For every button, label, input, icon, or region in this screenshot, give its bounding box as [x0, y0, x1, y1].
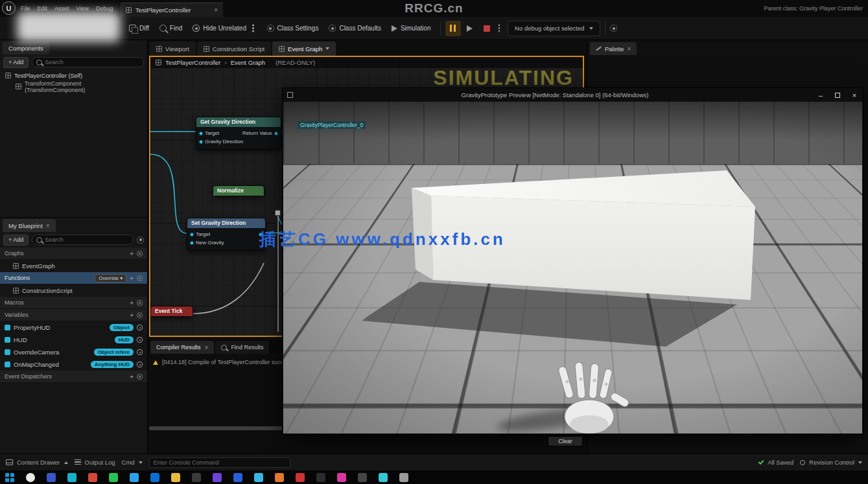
- pause-button[interactable]: [445, 21, 461, 36]
- variable-type-pill[interactable]: HUD: [115, 336, 134, 343]
- tab-viewport[interactable]: Viewport: [150, 41, 196, 56]
- simulation-button[interactable]: Simulation: [387, 20, 436, 37]
- taskbar-app-icon[interactable]: [109, 473, 118, 482]
- bp-item-propertyhud[interactable]: PropertyHUDObject: [0, 321, 147, 334]
- close-icon[interactable]: ×: [205, 344, 209, 351]
- bp-node-normalize[interactable]: Normalize: [213, 185, 264, 196]
- taskbar-app-icon[interactable]: [67, 473, 76, 482]
- expand-icon[interactable]: [137, 275, 143, 281]
- debug-filter-icon[interactable]: [610, 25, 617, 32]
- add-icon[interactable]: +: [130, 275, 134, 282]
- add-icon[interactable]: +: [130, 250, 134, 257]
- bp-item-onmapchanged[interactable]: OnMapChangedAnything HUD: [0, 358, 147, 371]
- section-functions[interactable]: FunctionsOverride ▾+: [0, 272, 147, 284]
- override-dropdown[interactable]: Override ▾: [95, 274, 126, 282]
- pin-icon[interactable]: [190, 241, 194, 245]
- hide-unrelated-button[interactable]: Hide Unrelated: [188, 20, 261, 37]
- section-variables[interactable]: Variables+: [0, 309, 147, 321]
- my-blueprint-tab[interactable]: My Blueprint ×: [3, 219, 56, 232]
- reroute-node[interactable]: [275, 210, 281, 216]
- taskbar-app-icon[interactable]: [399, 473, 408, 482]
- bp-node-event-tick[interactable]: Event Tick: [150, 306, 193, 317]
- taskbar-app-icon[interactable]: [88, 473, 97, 482]
- add-icon[interactable]: +: [130, 312, 134, 319]
- tab-event-graph[interactable]: Event Graph: [272, 41, 336, 56]
- tab-compiler-results[interactable]: Compiler Results ×: [150, 341, 214, 354]
- variable-type-pill[interactable]: Object: [110, 324, 134, 331]
- breadcrumb-root[interactable]: TestPlayerController: [165, 59, 221, 66]
- breadcrumb-current[interactable]: Event Graph: [231, 59, 265, 66]
- expand-icon[interactable]: [137, 251, 143, 257]
- palette-tab[interactable]: Palette ×: [590, 42, 637, 55]
- console-input[interactable]: [149, 457, 290, 468]
- taskbar-app-icon[interactable]: [233, 473, 242, 482]
- bp-item-constructionscript[interactable]: ConstructionScript: [0, 284, 147, 297]
- bp-item-hud[interactable]: HUDHUD: [0, 334, 147, 346]
- cmd-dropdown[interactable]: Cmd: [122, 459, 143, 466]
- taskbar-app-icon[interactable]: [316, 473, 325, 482]
- variable-type-pill[interactable]: Anything HUD: [91, 361, 134, 368]
- expand-icon[interactable]: [137, 374, 143, 380]
- eye-icon[interactable]: [137, 362, 143, 367]
- search-icon[interactable]: [26, 473, 35, 482]
- unreal-logo-icon[interactable]: U: [2, 1, 16, 15]
- revision-control-button[interactable]: Revision Control: [800, 459, 862, 466]
- class-settings-button[interactable]: Class Settings: [263, 20, 323, 37]
- pin-icon[interactable]: [259, 233, 263, 236]
- section-macros[interactable]: Macros+: [0, 297, 147, 309]
- taskbar-app-icon[interactable]: [130, 473, 139, 482]
- all-saved-button[interactable]: All Saved: [758, 459, 793, 466]
- tab-construction-script[interactable]: Construction Script: [197, 41, 271, 56]
- section-event-dispatchers[interactable]: Event Dispatchers+: [0, 371, 147, 383]
- close-button[interactable]: ×: [846, 91, 863, 99]
- taskbar-app-icon[interactable]: [337, 473, 346, 482]
- settings-icon[interactable]: [137, 236, 144, 244]
- taskbar-app-icon[interactable]: [47, 473, 56, 482]
- debug-object-dropdown[interactable]: No debug object selected: [508, 21, 600, 36]
- eye-icon[interactable]: [137, 337, 143, 343]
- find-button[interactable]: Find: [155, 20, 187, 37]
- section-graphs[interactable]: Graphs+: [0, 248, 147, 260]
- taskbar-app-icon[interactable]: [379, 473, 388, 482]
- bp-node-get-gravity-direction[interactable]: Get Gravity DirectionTargetReturn ValueG…: [196, 117, 281, 150]
- more-options-icon[interactable]: [252, 27, 254, 29]
- add-icon[interactable]: +: [130, 373, 134, 380]
- taskbar-app-icon[interactable]: [192, 473, 201, 482]
- tab-find-results[interactable]: Find Results: [215, 341, 269, 354]
- bp-item-overridecamera[interactable]: OverrideCameraObject refere: [0, 346, 147, 358]
- start-button[interactable]: [5, 473, 14, 482]
- diff-button[interactable]: Diff: [124, 20, 154, 37]
- add-component-button[interactable]: + Add: [3, 57, 29, 68]
- editor-badge[interactable]: Clear: [548, 436, 583, 446]
- components-search[interactable]: [32, 57, 144, 67]
- output-log-button[interactable]: Output Log: [75, 459, 115, 466]
- close-icon[interactable]: ×: [214, 6, 218, 14]
- close-icon[interactable]: ×: [628, 45, 631, 52]
- maximize-button[interactable]: [829, 91, 846, 99]
- bp-item-eventgraph[interactable]: EventGraph: [0, 260, 147, 272]
- eye-icon[interactable]: [137, 349, 143, 355]
- components-panel-tab[interactable]: Components: [3, 41, 49, 54]
- taskbar-app-icon[interactable]: [171, 473, 180, 482]
- my-blueprint-search-input[interactable]: [45, 236, 129, 243]
- expand-icon[interactable]: [137, 312, 143, 318]
- add-blueprint-item-button[interactable]: + Add: [3, 235, 29, 246]
- pin-icon[interactable]: [199, 140, 203, 144]
- expand-icon[interactable]: [137, 300, 143, 306]
- content-drawer-button[interactable]: Content Drawer: [6, 459, 68, 466]
- component-item[interactable]: TestPlayerController (Self): [0, 70, 147, 81]
- playback-options-icon[interactable]: [499, 27, 500, 29]
- variable-type-pill[interactable]: Object refere: [94, 349, 134, 356]
- taskbar-app-icon[interactable]: [358, 473, 367, 482]
- resume-button[interactable]: [462, 21, 478, 36]
- asset-tab-testplayercontroller[interactable]: TestPlayerController ×: [121, 3, 223, 17]
- add-icon[interactable]: +: [130, 299, 134, 306]
- taskbar-app-icon[interactable]: [296, 473, 305, 482]
- eye-icon[interactable]: [137, 325, 143, 330]
- taskbar-app-icon[interactable]: [150, 473, 159, 482]
- taskbar-app-icon[interactable]: [275, 473, 284, 482]
- component-item[interactable]: TransformComponent (TransformComponent): [0, 81, 147, 92]
- stop-button[interactable]: [479, 21, 495, 36]
- bp-node-set-gravity-direction[interactable]: Set Gravity DirectionTargetNew Gravity: [187, 218, 266, 251]
- class-defaults-button[interactable]: Class Defaults: [324, 20, 385, 37]
